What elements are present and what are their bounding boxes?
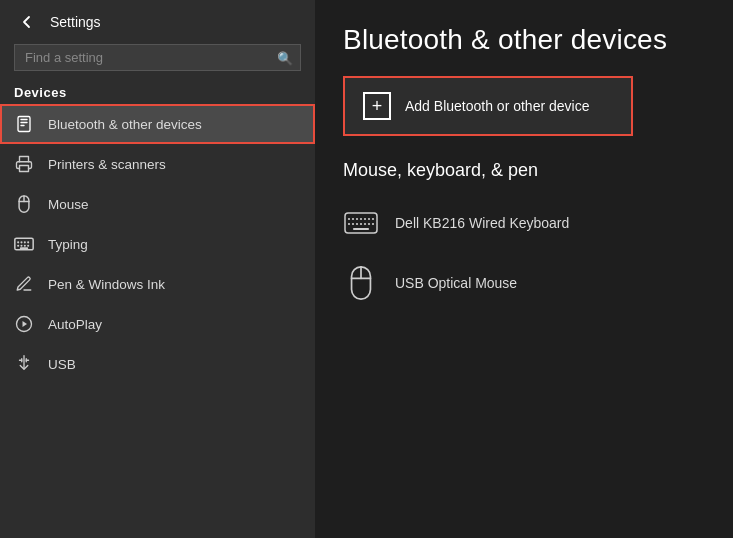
device-mouse-name: USB Optical Mouse [395, 275, 517, 291]
svg-rect-4 [20, 166, 29, 172]
main-content: Bluetooth & other devices + Add Bluetoot… [315, 0, 733, 538]
sidebar-item-bluetooth-label: Bluetooth & other devices [48, 117, 202, 132]
mouse-section-title: Mouse, keyboard, & pen [343, 160, 705, 181]
sidebar-item-printers[interactable]: Printers & scanners [0, 144, 315, 184]
sidebar-item-usb-label: USB [48, 357, 76, 372]
bluetooth-icon [14, 114, 34, 134]
search-icon: 🔍 [277, 50, 293, 65]
page-title: Bluetooth & other devices [343, 24, 705, 56]
printer-icon [14, 154, 34, 174]
add-device-button[interactable]: + Add Bluetooth or other device [343, 76, 633, 136]
device-item-mouse: USB Optical Mouse [343, 257, 705, 309]
devices-section-label: Devices [0, 79, 315, 104]
sidebar-item-pen[interactable]: Pen & Windows Ink [0, 264, 315, 304]
sidebar-item-bluetooth[interactable]: Bluetooth & other devices [0, 104, 315, 144]
autoplay-icon [14, 314, 34, 334]
search-input[interactable] [14, 44, 301, 71]
mouse-icon [14, 194, 34, 214]
keyboard-icon [14, 234, 34, 254]
add-device-label: Add Bluetooth or other device [405, 98, 589, 114]
sidebar-item-mouse-label: Mouse [48, 197, 89, 212]
sidebar-item-typing-label: Typing [48, 237, 88, 252]
sidebar: Settings 🔍 Devices Bluetooth & other dev… [0, 0, 315, 538]
svg-marker-18 [23, 321, 28, 327]
sidebar-item-typing[interactable]: Typing [0, 224, 315, 264]
mouse-device-icon [343, 265, 379, 301]
device-item-keyboard: Dell KB216 Wired Keyboard [343, 197, 705, 249]
plus-icon: + [363, 92, 391, 120]
keyboard-device-icon [343, 205, 379, 241]
sidebar-item-mouse[interactable]: Mouse [0, 184, 315, 224]
sidebar-item-autoplay[interactable]: AutoPlay [0, 304, 315, 344]
device-keyboard-name: Dell KB216 Wired Keyboard [395, 215, 569, 231]
sidebar-header: Settings [0, 0, 315, 44]
sidebar-item-pen-label: Pen & Windows Ink [48, 277, 165, 292]
sidebar-item-printers-label: Printers & scanners [48, 157, 166, 172]
search-box[interactable]: 🔍 [14, 44, 301, 71]
sidebar-item-usb[interactable]: USB [0, 344, 315, 384]
pen-icon [14, 274, 34, 294]
back-button[interactable] [14, 13, 40, 31]
sidebar-item-autoplay-label: AutoPlay [48, 317, 102, 332]
usb-icon [14, 354, 34, 374]
svg-rect-0 [18, 117, 30, 132]
sidebar-title: Settings [50, 14, 101, 30]
